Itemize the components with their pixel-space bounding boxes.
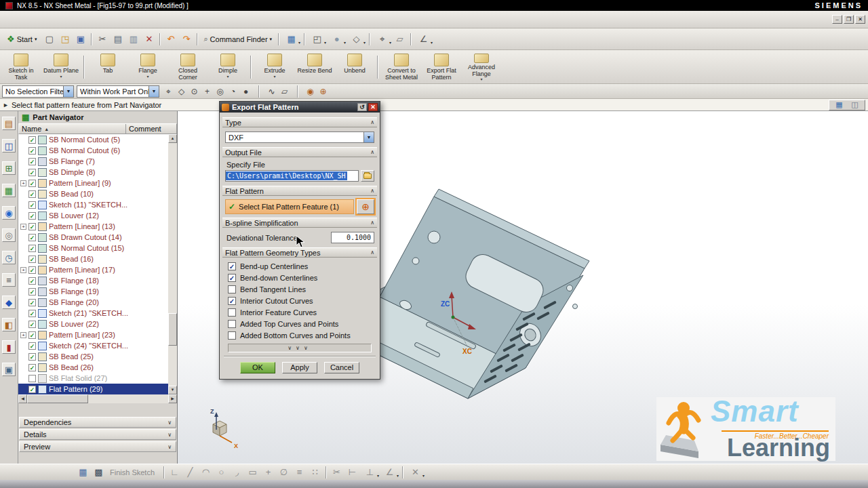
restore-button[interactable]: ❐ (844, 15, 854, 24)
ribbon-convert-to-sheet-metal[interactable]: Convert to Sheet Metal ▾ (382, 52, 420, 83)
integration-icon[interactable]: ◎ (2, 228, 16, 242)
finish-sketch-button[interactable]: Finish Sketch (110, 468, 155, 476)
pane-icon[interactable]: ◫▾ (848, 98, 862, 112)
visibility-checkbox[interactable] (28, 353, 36, 361)
menu-window[interactable] (98, 14, 107, 26)
separator[interactable]: ▾ (195, 32, 199, 46)
quadrant-snap-icon[interactable]: ◔▾ (226, 85, 239, 98)
geometry-type-option[interactable]: Interior Cutout Curves (222, 295, 377, 306)
tree-row[interactable]: SB Normal Cutout (15) (18, 243, 168, 253)
center-snap-icon[interactable]: ◎▾ (214, 85, 226, 98)
palette-icon[interactable]: ▤ (2, 117, 16, 130)
visibility-checkbox[interactable] (28, 277, 36, 285)
flat-pattern-section-header[interactable]: Flat Pattern ∧ (222, 186, 377, 196)
apply-button[interactable]: Apply (282, 362, 317, 373)
new-file-icon[interactable]: ▢▾ (42, 32, 56, 46)
menu-edit[interactable] (12, 14, 22, 26)
undo-icon[interactable]: ↶▾ (163, 32, 178, 46)
intersection-snap-icon[interactable]: +▾ (201, 85, 214, 98)
checkbox[interactable] (228, 285, 236, 293)
checkbox[interactable] (228, 331, 236, 340)
sketch-grid-icon[interactable]: ▦▾ (76, 465, 90, 479)
highlight-icon[interactable]: ◉▾ (304, 85, 317, 98)
cancel-button[interactable]: Cancel (324, 362, 359, 373)
visibility-checkbox[interactable] (28, 190, 36, 198)
checkbox[interactable] (228, 274, 236, 282)
chevron-down-icon[interactable]: ▼ (63, 86, 73, 97)
dependencies-panel[interactable]: Dependencies ∨ (19, 417, 176, 428)
output-file-path-input[interactable]: C:\Users\pramit\Desktop\NX_SH (225, 170, 359, 182)
checkbox[interactable] (228, 262, 236, 270)
ribbon-extrude[interactable]: Extrude ▾ (256, 52, 294, 83)
work-plane-icon[interactable]: ▱▾ (393, 32, 407, 46)
endpoint-snap-icon[interactable]: ◇▾ (175, 85, 188, 98)
arc-icon[interactable]: ◠▾ (199, 465, 213, 479)
quick-trim-icon[interactable]: ✂▾ (330, 465, 344, 479)
expander-icon[interactable] (20, 180, 26, 186)
tree-row[interactable]: SB Bead (26) (18, 362, 168, 373)
ribbon-sketch-in-task[interactable]: Sketch in Task ▾ (2, 52, 40, 83)
scroll-up-arrow[interactable]: ▲ (168, 134, 177, 143)
menu-insert[interactable] (31, 14, 41, 26)
tree-row[interactable]: SB Bead (16) (18, 253, 168, 264)
visibility-checkbox[interactable] (28, 256, 36, 263)
midpoint-snap-icon[interactable]: ⊙▾ (188, 85, 201, 98)
tree-row[interactable]: SB Flat Solid (27) (18, 373, 168, 384)
ribbon-closed-corner[interactable]: Closed Corner ▾ (169, 52, 207, 83)
separator[interactable]: ▾ (291, 85, 304, 98)
dialog-close-button[interactable]: ✕ (368, 103, 378, 111)
visibility-checkbox[interactable] (28, 180, 36, 187)
geometry-type-option[interactable]: Bend-up Centerlines (222, 260, 377, 272)
visibility-checkbox[interactable] (28, 147, 36, 155)
chevron-up-icon[interactable]: ∧ (370, 220, 374, 226)
tree-row[interactable]: Sketch (21) "SKETCH... (18, 308, 168, 319)
sketch-reattach-icon[interactable]: ▩▾ (92, 465, 106, 479)
manufacturing-icon[interactable]: ◧ (2, 318, 16, 331)
internet-explorer-icon[interactable]: ◉ (2, 206, 16, 220)
ribbon-dimple[interactable]: Dimple ▾ (209, 52, 247, 83)
tree-row[interactable]: SB Flange (20) (18, 297, 168, 308)
tree-row[interactable]: SB Flange (18) (18, 275, 168, 286)
visibility-checkbox[interactable] (28, 288, 36, 296)
bookmarks-icon[interactable]: ▮ (2, 340, 16, 354)
snap-enable-icon[interactable]: ⌖▾ (162, 85, 175, 98)
scrollbar-thumb[interactable] (168, 313, 177, 346)
face-rule-icon[interactable]: ▱▾ (278, 85, 291, 98)
menu-analysis[interactable] (79, 14, 88, 26)
visibility-checkbox[interactable] (28, 212, 36, 220)
selection-scope-dropdown[interactable]: Within Work Part Only ▼ (77, 85, 159, 98)
window-layout-icon[interactable]: ▦▾ (282, 32, 300, 46)
dimension-icon[interactable]: ∠▾ (380, 465, 399, 479)
point-snap-icon[interactable]: ●▾ (239, 85, 252, 98)
separator[interactable]: ▾ (276, 32, 281, 46)
tree-row[interactable]: Pattern [Linear] (23) (18, 329, 168, 340)
menu-preferences[interactable] (88, 14, 98, 26)
chevron-up-icon[interactable]: ∧ (370, 149, 374, 155)
horizontal-scrollbar[interactable]: ◀ ▶ (18, 394, 177, 403)
tree-row[interactable]: Sketch (11) "SKETCH... (18, 199, 168, 210)
system-materials-icon[interactable]: ≡ (2, 273, 16, 287)
ribbon-tab[interactable]: Tab ▾ (89, 52, 127, 83)
visibility-checkbox[interactable] (28, 169, 36, 176)
point-icon[interactable]: +▾ (261, 465, 275, 479)
tree-row[interactable]: SB Louver (22) (18, 319, 168, 329)
visibility-checkbox[interactable] (28, 331, 36, 339)
type-section-header[interactable]: Type ∧ (222, 117, 377, 127)
line-icon[interactable]: ╱▾ (183, 465, 197, 479)
visibility-checkbox[interactable] (28, 299, 36, 306)
tree-row[interactable]: SB Bead (25) (18, 351, 168, 362)
ribbon-resize-bend[interactable]: Resize Bend ▾ (296, 52, 334, 83)
geometry-type-option[interactable]: Added Bottom Curves and Points (222, 329, 377, 341)
expander-icon[interactable] (20, 224, 26, 230)
separator[interactable]: ▾ (161, 465, 166, 479)
geometry-type-option[interactable]: Added Top Curves and Points (222, 318, 377, 329)
separator[interactable]: ▾ (252, 85, 265, 98)
chevron-up-icon[interactable]: ∧ (370, 188, 374, 194)
geometry-type-option[interactable]: Interior Feature Curves (222, 306, 377, 318)
curve-rule-icon[interactable]: ∿▾ (265, 85, 278, 98)
ellipse-icon[interactable]: ∅▾ (277, 465, 291, 479)
menu-information[interactable] (69, 14, 79, 26)
menu-help[interactable] (107, 14, 117, 26)
details-panel[interactable]: Details ∨ (19, 429, 176, 440)
redo-icon[interactable]: ↷▾ (179, 32, 193, 46)
